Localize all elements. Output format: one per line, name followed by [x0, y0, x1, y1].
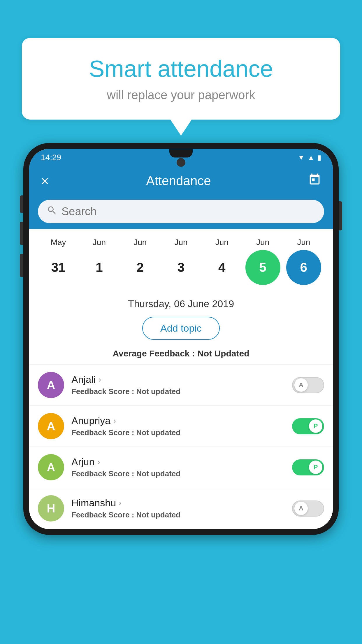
- calendar-container: May Jun Jun Jun Jun Jun Jun 31 1 2 3 4 5…: [29, 229, 333, 291]
- phone-container: 14:29 ▼ ▲ ▮ × Attendance: [23, 143, 339, 644]
- toggle-arjun[interactable]: P: [292, 459, 324, 475]
- student-list: A Anjali › Feedback Score : Not updated …: [29, 365, 333, 529]
- status-time: 14:29: [41, 153, 61, 162]
- calendar-date-6[interactable]: 6: [286, 250, 321, 285]
- toggle-knob-anjali: A: [294, 378, 308, 392]
- signal-icon: ▲: [307, 153, 314, 162]
- wifi-icon: ▼: [298, 153, 305, 162]
- phone-notch: [169, 149, 193, 158]
- month-4: Jun: [203, 238, 241, 247]
- month-6: Jun: [285, 238, 323, 247]
- chevron-icon-anupriya: ›: [113, 416, 116, 425]
- calendar-date-31[interactable]: 31: [41, 250, 76, 285]
- selected-date-display: Thursday, 06 June 2019: [29, 291, 333, 314]
- add-topic-button[interactable]: Add topic: [142, 317, 220, 340]
- toggle-container-arjun: P: [292, 459, 324, 475]
- student-item-arjun: A Arjun › Feedback Score : Not updated P: [29, 447, 333, 488]
- phone-button-left2: [20, 222, 23, 245]
- avg-feedback-value: Not Updated: [197, 349, 249, 358]
- toggle-container-anupriya: P: [292, 418, 324, 434]
- student-feedback-anjali: Feedback Score : Not updated: [71, 387, 285, 396]
- app-bar-title: Attendance: [146, 174, 211, 188]
- calendar-icon[interactable]: [308, 173, 321, 189]
- student-feedback-anupriya: Feedback Score : Not updated: [71, 428, 285, 437]
- search-input[interactable]: [61, 205, 315, 218]
- phone-button-left3: [20, 254, 23, 277]
- speech-bubble: Smart attendance will replace your paper…: [22, 38, 340, 120]
- battery-icon: ▮: [317, 153, 321, 162]
- student-item-anjali: A Anjali › Feedback Score : Not updated …: [29, 365, 333, 406]
- chevron-icon-anjali: ›: [99, 375, 101, 384]
- search-bar: [38, 200, 324, 223]
- avatar-himanshu: H: [38, 495, 64, 522]
- student-info-arjun: Arjun › Feedback Score : Not updated: [71, 456, 285, 478]
- student-name-anupriya[interactable]: Anupriya ›: [71, 415, 285, 426]
- avatar-arjun: A: [38, 454, 64, 480]
- speech-bubble-title: Smart attendance: [39, 55, 323, 82]
- student-feedback-arjun: Feedback Score : Not updated: [71, 469, 285, 478]
- search-bar-container: [29, 195, 333, 229]
- calendar-dates: 31 1 2 3 4 5 6: [38, 250, 324, 285]
- toggle-himanshu[interactable]: A: [292, 501, 324, 517]
- toggle-anjali[interactable]: A: [292, 377, 324, 393]
- phone-screen: 14:29 ▼ ▲ ▮ × Attendance: [29, 149, 333, 529]
- calendar-date-5[interactable]: 5: [245, 250, 280, 285]
- average-feedback: Average Feedback : Not Updated: [29, 346, 333, 365]
- app-bar: × Attendance: [29, 166, 333, 195]
- student-feedback-himanshu: Feedback Score : Not updated: [71, 510, 285, 519]
- toggle-knob-anupriya: P: [309, 419, 322, 433]
- phone-outer: 14:29 ▼ ▲ ▮ × Attendance: [23, 143, 339, 535]
- student-info-anupriya: Anupriya › Feedback Score : Not updated: [71, 415, 285, 437]
- chevron-icon-arjun: ›: [97, 457, 100, 466]
- toggle-anupriya[interactable]: P: [292, 418, 324, 434]
- student-info-anjali: Anjali › Feedback Score : Not updated: [71, 374, 285, 396]
- month-3: Jun: [162, 238, 200, 247]
- phone-button-right: [339, 201, 342, 230]
- phone-button-left1: [20, 195, 23, 213]
- calendar-date-3[interactable]: 3: [164, 250, 198, 285]
- month-2: Jun: [121, 238, 159, 247]
- search-icon: [47, 205, 57, 218]
- calendar-date-4[interactable]: 4: [204, 250, 239, 285]
- toggle-container-anjali: A: [292, 377, 324, 393]
- avatar-anjali: A: [38, 372, 64, 398]
- month-1: Jun: [80, 238, 118, 247]
- avg-feedback-label: Average Feedback :: [113, 349, 197, 358]
- chevron-icon-himanshu: ›: [119, 498, 122, 508]
- student-item-himanshu: H Himanshu › Feedback Score : Not update…: [29, 488, 333, 529]
- calendar-months: May Jun Jun Jun Jun Jun Jun: [38, 238, 324, 247]
- add-topic-container: Add topic: [29, 314, 333, 346]
- student-item-anupriya: A Anupriya › Feedback Score : Not update…: [29, 406, 333, 447]
- toggle-container-himanshu: A: [292, 501, 324, 517]
- avatar-anupriya: A: [38, 413, 64, 439]
- month-0: May: [39, 238, 77, 247]
- toggle-knob-himanshu: A: [294, 502, 308, 515]
- speech-bubble-subtitle: will replace your paperwork: [39, 88, 323, 102]
- month-5: Jun: [244, 238, 282, 247]
- student-name-anjali[interactable]: Anjali ›: [71, 374, 285, 385]
- phone-camera: [177, 158, 185, 167]
- student-name-arjun[interactable]: Arjun ›: [71, 456, 285, 468]
- speech-bubble-container: Smart attendance will replace your paper…: [22, 38, 340, 120]
- student-info-himanshu: Himanshu › Feedback Score : Not updated: [71, 497, 285, 519]
- status-icons: ▼ ▲ ▮: [298, 153, 321, 162]
- calendar-date-1[interactable]: 1: [82, 250, 117, 285]
- close-button[interactable]: ×: [41, 173, 49, 189]
- toggle-knob-arjun: P: [309, 461, 322, 474]
- student-name-himanshu[interactable]: Himanshu ›: [71, 497, 285, 509]
- calendar-date-2[interactable]: 2: [123, 250, 158, 285]
